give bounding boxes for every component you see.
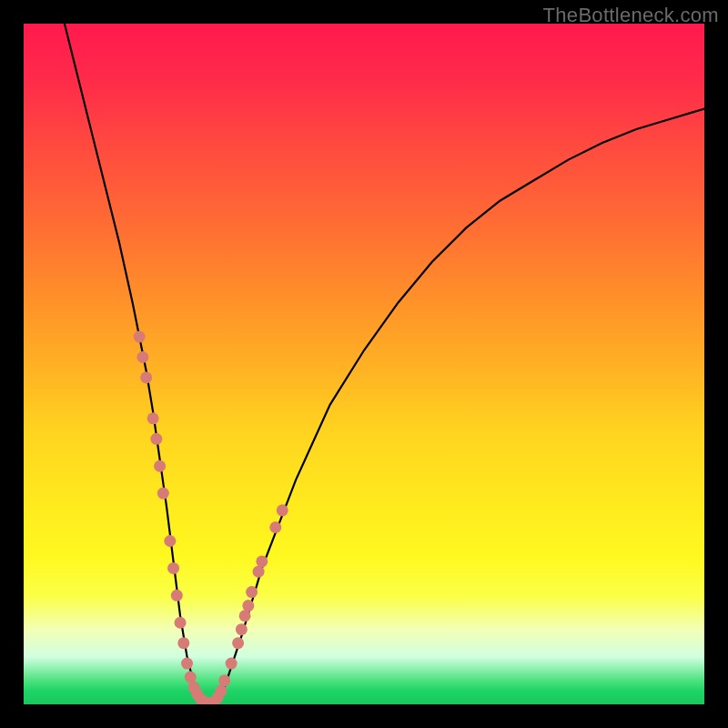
sample-dot [157, 488, 169, 500]
sample-dot [218, 674, 230, 686]
sample-dot [215, 685, 227, 697]
sample-dot [177, 637, 189, 649]
sample-dot [236, 623, 248, 635]
bottleneck-curve [65, 24, 704, 704]
sample-dots [134, 331, 288, 704]
sample-dot [246, 586, 258, 598]
sample-dot [147, 412, 159, 424]
sample-dot [232, 637, 244, 649]
sample-dot [154, 460, 166, 472]
sample-dot [181, 658, 193, 670]
sample-dot [256, 555, 268, 567]
sample-dot [134, 331, 146, 343]
plot-area [24, 24, 704, 704]
sample-dot [269, 521, 281, 533]
sample-dot [185, 672, 197, 683]
sample-dot [253, 566, 265, 578]
sample-dot [164, 535, 176, 547]
sample-dot [226, 658, 238, 670]
watermark-text: TheBottleneck.com [543, 4, 719, 27]
sample-dot [277, 504, 288, 516]
sample-dot [242, 600, 254, 612]
curve-layer [24, 24, 704, 704]
sample-dot [175, 617, 187, 629]
sample-dot [239, 610, 251, 622]
sample-dot [140, 371, 152, 383]
chart-frame: TheBottleneck.com [0, 0, 728, 728]
sample-dot [167, 562, 179, 574]
sample-dot [150, 433, 162, 445]
sample-dot [171, 590, 183, 602]
sample-dot [136, 351, 148, 363]
